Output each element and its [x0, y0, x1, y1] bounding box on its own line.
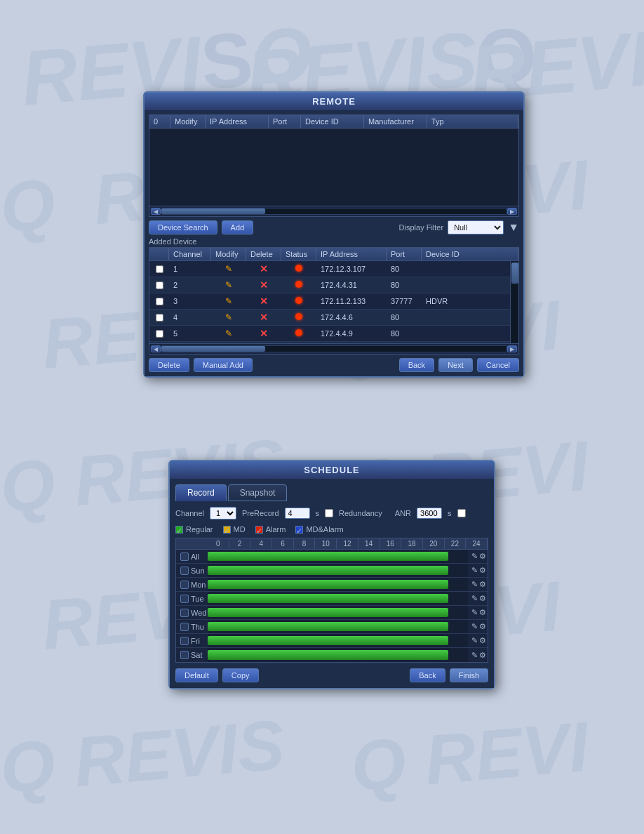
day-row-fri: Fri ✎ ⚙	[176, 634, 488, 648]
day-bar-area-tue[interactable]	[208, 592, 468, 605]
device-search-button[interactable]: Device Search	[149, 220, 217, 234]
day-toggle-wed[interactable]	[180, 609, 189, 617]
day-toggle-tue[interactable]	[180, 595, 189, 603]
hour-8: 8	[294, 538, 316, 549]
pencil-icon-tue[interactable]: ✎	[471, 594, 478, 603]
col-modify: Modify	[170, 115, 206, 128]
row-channel: 4	[169, 312, 211, 323]
channel-select[interactable]: 1	[210, 507, 236, 519]
row-device-id: HDVR	[422, 296, 518, 307]
gear-icon-thu[interactable]: ⚙	[479, 622, 486, 631]
anr-checkbox[interactable]	[457, 509, 466, 517]
row-delete[interactable]: ✕	[246, 294, 281, 308]
vertical-scrollbar[interactable]	[510, 261, 518, 343]
row-checkbox[interactable]	[149, 329, 169, 339]
day-row-tue: Tue ✎ ⚙	[176, 592, 488, 606]
table-row: 2 ✎ ✕ 172.4.4.31 80	[149, 277, 518, 293]
pencil-icon-wed[interactable]: ✎	[471, 608, 478, 617]
remote-table-scrollbar[interactable]: ◀ ▶	[149, 206, 518, 216]
row-checkbox[interactable]	[149, 280, 169, 291]
manual-add-button[interactable]: Manual Add	[194, 358, 253, 372]
row-delete[interactable]: ✕	[246, 326, 281, 340]
scroll-right-arrow-2[interactable]: ▶	[507, 345, 517, 352]
tab-record[interactable]: Record	[175, 484, 227, 501]
pencil-icon-sun[interactable]: ✎	[471, 566, 478, 575]
day-bar-area-thu[interactable]	[208, 620, 468, 633]
gear-icon-wed[interactable]: ⚙	[479, 608, 486, 617]
gear-icon-mon[interactable]: ⚙	[479, 580, 486, 589]
cancel-button[interactable]: Cancel	[477, 358, 519, 372]
hour-10: 10	[315, 538, 337, 549]
gear-icon-all[interactable]: ⚙	[479, 552, 486, 561]
row-delete[interactable]: ✕	[246, 343, 281, 344]
day-toggle-fri[interactable]	[180, 637, 189, 645]
day-bar-area-sun[interactable]	[208, 564, 468, 577]
day-toggle-mon[interactable]	[180, 581, 189, 589]
day-toggle-sat[interactable]	[180, 651, 189, 659]
tab-snapshot[interactable]: Snapshot	[228, 484, 288, 501]
row-checkbox[interactable]	[149, 312, 169, 323]
row-edit[interactable]: ✎	[211, 343, 246, 344]
row-device-id	[422, 316, 518, 319]
hour-12: 12	[337, 538, 358, 549]
day-bar-area-mon[interactable]	[208, 578, 468, 591]
row-checkbox[interactable]	[149, 264, 169, 274]
grid-hour-header: 0 2 4 6 8 10 12 14 16 18 20 22 24	[176, 538, 488, 550]
hour-20: 20	[423, 538, 445, 549]
day-toggle-sun[interactable]	[180, 567, 189, 575]
finish-button[interactable]: Finish	[450, 668, 488, 682]
day-label-tue: Tue	[176, 595, 208, 603]
pencil-icon-mon[interactable]: ✎	[471, 580, 478, 589]
scroll-track[interactable]	[161, 208, 507, 215]
scroll-left-arrow-2[interactable]: ◀	[151, 345, 161, 352]
day-bar-area-wed[interactable]	[208, 606, 468, 619]
day-bar-wed	[208, 608, 448, 617]
default-button[interactable]: Default	[175, 668, 218, 682]
row-edit[interactable]: ✎	[211, 295, 246, 307]
display-filter-select[interactable]: Null All Online Offline	[448, 220, 504, 234]
row-checkbox[interactable]	[149, 296, 169, 307]
day-toggle-all[interactable]	[180, 552, 189, 561]
add-button[interactable]: Add	[222, 220, 254, 234]
next-button[interactable]: Next	[438, 358, 473, 372]
back-button[interactable]: Back	[399, 358, 434, 372]
row-delete[interactable]: ✕	[246, 262, 281, 276]
added-table-scrollbar[interactable]: ◀ ▶	[149, 344, 519, 355]
schedule-back-button[interactable]: Back	[410, 668, 445, 682]
pencil-icon-sat[interactable]: ✎	[471, 651, 478, 660]
day-toggle-thu[interactable]	[180, 623, 189, 631]
row-edit[interactable]: ✎	[211, 279, 246, 291]
remote-table-body	[149, 128, 518, 206]
day-bar-area-all[interactable]	[208, 550, 468, 563]
added-table-header: Channel Modify Delete Status IP Address …	[149, 247, 519, 261]
row-edit[interactable]: ✎	[211, 327, 246, 340]
row-edit[interactable]: ✎	[211, 311, 246, 324]
pencil-icon-fri[interactable]: ✎	[471, 636, 478, 645]
gear-icon-sat[interactable]: ⚙	[479, 651, 486, 660]
gear-icon-fri[interactable]: ⚙	[479, 636, 486, 645]
delete-button[interactable]: Delete	[149, 358, 189, 372]
filter-dropdown-icon[interactable]: ▼	[508, 221, 519, 234]
scroll-left-arrow[interactable]: ◀	[151, 208, 161, 215]
row-edit[interactable]: ✎	[211, 263, 246, 275]
day-label-mon: Mon	[176, 581, 208, 589]
day-row-thu: Thu ✎ ⚙	[176, 620, 488, 634]
gear-icon-tue[interactable]: ⚙	[479, 594, 486, 603]
day-bar-area-fri[interactable]	[208, 634, 468, 647]
day-actions-wed: ✎ ⚙	[468, 608, 488, 617]
day-label-thu: Thu	[176, 623, 208, 631]
row-delete[interactable]: ✕	[246, 278, 281, 292]
anr-input[interactable]	[417, 508, 442, 519]
redundancy-checkbox[interactable]	[325, 509, 333, 517]
gear-icon-sun[interactable]: ⚙	[479, 566, 486, 575]
pencil-icon-all[interactable]: ✎	[471, 552, 478, 561]
day-actions-sat: ✎ ⚙	[468, 651, 488, 660]
copy-button[interactable]: Copy	[222, 668, 259, 682]
scroll-track-2[interactable]	[161, 345, 507, 352]
day-bar-area-sat[interactable]	[208, 648, 468, 662]
row-delete[interactable]: ✕	[246, 310, 281, 324]
prerecord-input[interactable]	[285, 508, 310, 519]
pencil-icon-thu[interactable]: ✎	[471, 622, 478, 631]
acol-delete: Delete	[246, 248, 281, 260]
scroll-right-arrow[interactable]: ▶	[507, 208, 517, 215]
